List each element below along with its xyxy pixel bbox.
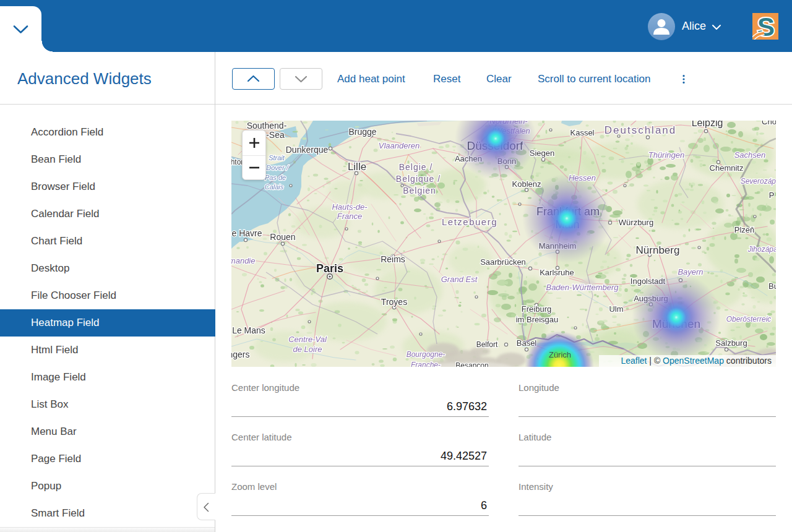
svg-text:Karlsruhe: Karlsruhe (540, 268, 574, 277)
svg-text:Oberösterreic: Oberösterreic (726, 315, 772, 324)
svg-text:Strait: Strait (269, 154, 285, 161)
svg-text:Severozápad: Severozápad (741, 177, 776, 186)
svg-text:Dunkerque: Dunkerque (286, 145, 329, 155)
svg-text:Plzeň: Plzeň (734, 225, 755, 234)
svg-text:Le Mans: Le Mans (232, 325, 265, 335)
svg-text:e Havre: e Havre (231, 228, 262, 238)
svg-text:Baden-Württemberg: Baden-Württemberg (546, 283, 619, 292)
svg-text:Kassel: Kassel (570, 128, 594, 137)
svg-text:Vlaanderen: Vlaanderen (379, 141, 420, 150)
svg-text:Bu: Bu (768, 281, 776, 291)
svg-text:Belgie /: Belgie / (399, 162, 433, 172)
svg-text:Centre-Val: Centre-Val (288, 335, 327, 344)
svg-text:Reims: Reims (381, 254, 405, 264)
svg-text:Hauts-de-: Hauts-de- (332, 202, 368, 212)
svg-text:Besançon: Besançon (455, 361, 488, 367)
svg-text:de Loire: de Loire (293, 345, 322, 354)
svg-text:Thüringen: Thüringen (648, 150, 685, 160)
svg-text:Chemnitz: Chemnitz (710, 163, 744, 173)
svg-text:Calais: Calais (265, 183, 284, 191)
svg-text:Pas de: Pas de (265, 174, 286, 181)
svg-text:Zürich: Zürich (549, 350, 571, 359)
svg-text:Jihozápad: Jihozápad (747, 245, 776, 254)
svg-text:Ulm: Ulm (609, 304, 623, 314)
svg-text:Sachsen: Sachsen (734, 150, 766, 160)
svg-text:Southend-: Southend- (247, 121, 287, 131)
svg-text:Belgique /: Belgique / (396, 174, 441, 184)
svg-text:P: P (769, 191, 775, 200)
svg-text:im Breisgau: im Breisgau (516, 315, 559, 324)
svg-text:Belgien: Belgien (403, 186, 436, 195)
svg-text:France: France (337, 212, 362, 221)
svg-text:Freiburg: Freiburg (522, 304, 551, 314)
svg-text:Dover /: Dover / (266, 164, 288, 171)
svg-text:Paris: Paris (316, 262, 343, 275)
svg-text:-Sea: -Sea (266, 130, 285, 140)
svg-text:Brugge: Brugge (348, 127, 376, 137)
svg-text:Bourgogne-: Bourgogne- (407, 350, 446, 359)
svg-text:Rouen: Rouen (270, 232, 295, 242)
svg-text:ngers: ngers (231, 350, 250, 359)
svg-text:Leipzig: Leipzig (692, 121, 723, 128)
svg-text:Grand Est: Grand Est (441, 275, 478, 284)
svg-text:Troyes: Troyes (381, 297, 407, 307)
svg-text:Saarbrücken: Saarbrücken (480, 257, 526, 267)
svg-text:Letzebuerg: Letzebuerg (442, 217, 497, 227)
svg-text:Deutschland: Deutschland (605, 124, 677, 136)
svg-text:Nürnberg: Nürnberg (636, 244, 680, 256)
svg-text:Franche-: Franche- (411, 361, 441, 367)
svg-text:Würzburg: Würzburg (619, 218, 653, 227)
svg-text:Belfort: Belfort (476, 340, 498, 349)
svg-text:Lille: Lille (348, 161, 366, 173)
svg-text:Cho: Cho (762, 121, 776, 126)
svg-text:rmandie: rmandie (231, 256, 255, 265)
svg-text:Salzburg: Salzburg (715, 338, 747, 348)
